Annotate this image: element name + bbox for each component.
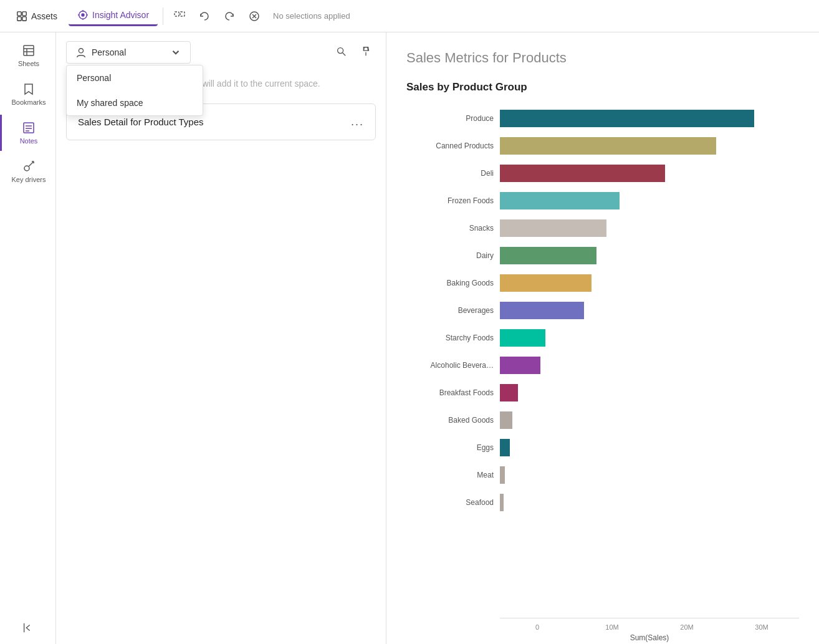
assets-button[interactable]: Assets [7,7,66,26]
bar-fill[interactable] [500,494,504,511]
bar-area [500,379,799,406]
svg-line-24 [29,161,34,166]
bar-label: Canned Products [406,142,500,150]
bar-row: Seafood [406,489,799,516]
selection-back-button[interactable] [168,5,191,27]
bar-label: Eggs [406,443,500,452]
redo-button[interactable] [218,5,241,27]
svg-line-32 [363,47,364,50]
svg-rect-1 [22,11,26,15]
bar-fill[interactable] [500,247,596,264]
bar-area [500,160,799,187]
bar-area [500,242,799,269]
bar-fill[interactable] [500,329,545,347]
pin-icon [360,46,371,57]
bar-row: Eggs [406,434,799,461]
sidebar-notes-label: Notes [20,137,38,145]
sidebar-item-sheets[interactable]: Sheets [0,37,55,74]
x-tick-10m: 10M [575,623,649,631]
bar-chart: ProduceCanned ProductsDeliFrozen FoodsSn… [406,105,799,618]
bar-area [500,187,799,214]
pin-button[interactable] [356,41,376,61]
bar-label: Deli [406,169,500,178]
sidebar-item-notes[interactable]: Notes [0,115,55,151]
bar-label: Baking Goods [406,279,500,287]
svg-rect-0 [17,11,21,15]
insight-advisor-button[interactable]: Insight Advisor [69,6,158,26]
chevron-down-icon [170,47,181,58]
dropdown-item-my-shared-space[interactable]: My shared space [67,90,203,115]
bar-area [500,269,799,297]
bar-fill[interactable] [500,302,584,319]
bar-area [500,352,799,379]
bar-row: Alcoholic Bevera… [406,352,799,379]
bar-row: Breakfast Foods [406,379,799,406]
collapse-icon [22,622,34,634]
sidebar-bookmarks-label: Bookmarks [11,99,46,106]
svg-line-33 [368,47,368,50]
bar-label: Baked Goods [406,416,500,425]
clear-selections-button[interactable] [243,5,266,27]
bar-area [500,297,799,324]
bar-label: Snacks [406,224,500,233]
bar-label: Seafood [406,498,500,507]
sidebar-key-drivers-label: Key drivers [11,176,46,183]
bar-row: Dairy [406,242,799,269]
bar-area [500,434,799,461]
x-axis: 0 10M 20M 30M [500,618,799,631]
bookmarks-icon [22,82,36,96]
bar-fill[interactable] [500,384,518,401]
svg-point-28 [79,49,83,53]
bar-fill[interactable] [500,466,505,484]
bar-fill[interactable] [500,411,512,429]
bar-fill[interactable] [500,274,592,292]
space-dropdown[interactable]: Personal [66,41,191,64]
space-selected-label: Personal [92,47,126,57]
bar-area [500,214,799,242]
key-drivers-icon [22,160,36,173]
bar-row: Beverages [406,297,799,324]
sidebar-bottom [0,622,55,644]
bar-label: Starchy Foods [406,334,500,342]
svg-rect-2 [17,16,21,20]
bar-fill[interactable] [500,439,510,456]
notes-icon [22,121,36,135]
bar-area [500,461,799,489]
x-tick-20m: 20M [649,623,724,631]
person-icon [75,47,87,58]
bar-row: Baked Goods [406,406,799,434]
sheets-icon [22,44,36,57]
space-actions [331,41,376,61]
bar-fill[interactable] [500,219,606,237]
sidebar-item-key-drivers[interactable]: Key drivers [0,153,55,190]
bar-area [500,489,799,516]
x-axis-label: Sum(Sales) [500,633,799,642]
bar-row: Deli [406,160,799,187]
bar-label: Produce [406,114,500,123]
bar-label: Alcoholic Bevera… [406,361,500,370]
svg-point-23 [24,166,29,171]
dropdown-item-personal[interactable]: Personal [67,65,203,90]
note-card-menu-button[interactable]: ... [351,115,364,128]
selections-label: No selections applied [273,11,350,21]
space-dropdown-menu: Personal My shared space [66,65,203,116]
svg-rect-10 [175,12,179,16]
topbar: Assets Insight Advisor [0,0,819,32]
bar-fill[interactable] [500,110,754,127]
bar-row: Baking Goods [406,269,799,297]
space-selector-area: Personal [56,32,386,64]
bar-fill[interactable] [500,357,540,374]
undo-button[interactable] [193,5,216,27]
x-tick-0: 0 [500,623,575,631]
bar-row: Canned Products [406,132,799,160]
divider [163,7,163,25]
collapse-sidebar-button[interactable] [22,622,34,634]
bar-fill[interactable] [500,192,620,209]
sidebar: Sheets Bookmarks Notes Key dr [0,32,56,644]
sidebar-item-bookmarks[interactable]: Bookmarks [0,76,55,112]
search-button[interactable] [331,41,351,61]
bar-fill[interactable] [500,137,716,155]
bar-fill[interactable] [500,165,665,182]
bar-area [500,406,799,434]
bar-row: Snacks [406,214,799,242]
